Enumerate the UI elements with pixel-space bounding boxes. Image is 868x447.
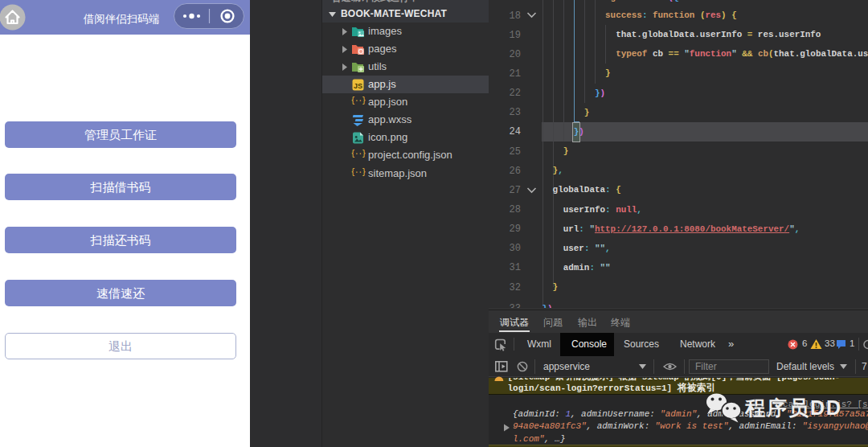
svg-text:JS: JS: [354, 82, 362, 90]
